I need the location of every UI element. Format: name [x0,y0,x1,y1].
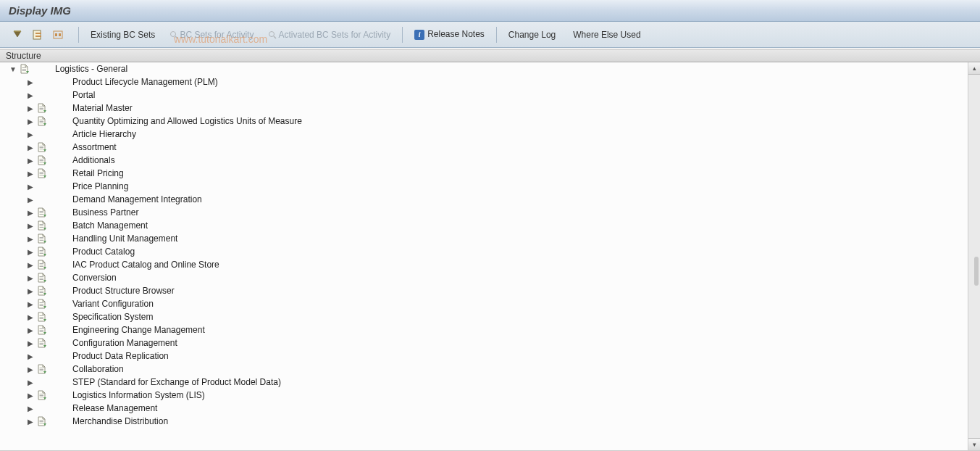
document-icon[interactable] [36,168,48,178]
expand-icon[interactable]: ▶ [26,143,35,152]
expand-icon[interactable]: ▶ [26,221,35,230]
tree-node-row[interactable]: ▶Product Data Replication [6,349,967,363]
img-activity-icon[interactable] [30,28,45,42]
document-icon[interactable] [36,142,48,152]
tree-node-label[interactable]: IAC Product Catalog and Online Store [72,260,219,270]
tree-node-label[interactable]: Engineering Change Management [72,325,205,335]
tree-node-label[interactable]: Business Partner [72,207,138,218]
expand-icon[interactable]: ▶ [26,260,35,269]
tree-node-label[interactable]: Merchandise Distribution [72,416,168,426]
existing-bc-sets-button[interactable]: Existing BC Sets [88,30,158,40]
collapse-icon[interactable]: ▼ [9,65,17,73]
expand-icon[interactable]: ▶ [26,286,35,295]
tree-node-row[interactable]: ▶Retail Pricing [6,167,967,180]
tree-node-row[interactable]: ▶Collaboration [6,363,967,376]
tree-node-row[interactable]: ▶Assortment [6,141,967,154]
document-icon[interactable] [36,325,48,335]
change-log-button[interactable]: Change Log [506,30,558,40]
expand-icon[interactable]: ▶ [26,417,35,426]
tree-node-label[interactable]: Logistics - General [55,64,127,74]
expand-icon[interactable]: ▶ [26,339,35,347]
tree-node-label[interactable]: Assortment [72,142,117,152]
tree-node-label[interactable]: Product Structure Browser [72,286,175,296]
tree-node-row[interactable]: ▶Product Catalog [6,245,967,258]
document-icon[interactable] [36,155,48,165]
tree-node-label[interactable]: Batch Management [72,220,148,231]
tree-node-row[interactable]: ▶Specification System [6,310,967,323]
document-icon[interactable] [36,103,48,113]
document-icon[interactable] [36,312,48,322]
document-icon[interactable] [36,416,48,426]
document-icon[interactable] [36,233,48,244]
tree-node-label[interactable]: Collaboration [72,364,124,374]
tree-node-row[interactable]: ▶Product Structure Browser [6,284,967,297]
tree-node-row[interactable]: ▶STEP (Standard for Exchange of Product … [6,376,967,389]
tree-node-label[interactable]: Conversion [72,273,117,283]
expand-icon[interactable]: ▶ [26,404,35,413]
scrollbar-handle[interactable] [974,257,979,286]
tree-node-row[interactable]: ▶Article Hierarchy [6,128,967,141]
tree-node-row[interactable]: ▶Portal [6,88,967,102]
expand-icon[interactable]: ▶ [26,247,35,256]
img-tree[interactable]: ▼Logistics - General▶Product Lifecycle M… [6,62,967,450]
document-icon[interactable] [36,286,48,296]
tree-node-row[interactable]: ▶Engineering Change Management [6,323,967,336]
document-icon[interactable] [36,338,48,348]
expand-icon[interactable]: ▶ [26,104,35,112]
tree-node-label[interactable]: Specification System [72,312,153,322]
tree-node-label[interactable]: Release Management [72,403,157,413]
tree-node-label[interactable]: Handling Unit Management [72,233,177,244]
tree-node-label[interactable]: Configuration Management [72,338,177,348]
document-icon[interactable] [36,247,48,257]
expand-icon[interactable]: ▶ [26,195,35,204]
expand-icon[interactable]: ▶ [26,208,35,217]
tree-node-label[interactable]: Additionals [72,155,115,165]
document-icon[interactable] [36,220,48,231]
tree-node-row[interactable]: ▶Business Partner [6,206,967,219]
tree-node-label[interactable]: Portal [72,90,95,100]
tree-node-label[interactable]: Material Master [72,103,133,113]
tree-node-label[interactable]: Product Data Replication [72,351,169,361]
expand-subtree-icon[interactable] [10,28,25,42]
tree-node-label[interactable]: Price Planning [72,181,128,191]
tree-node-row[interactable]: ▶Variant Configuration [6,297,967,310]
tree-node-row[interactable]: ▶Material Master [6,102,967,115]
tree-node-row[interactable]: ▶Configuration Management [6,336,967,349]
document-icon[interactable] [36,299,48,309]
expand-icon[interactable]: ▶ [26,365,35,373]
expand-icon[interactable]: ▶ [26,182,35,191]
tree-node-label[interactable]: Logistics Information System (LIS) [72,390,205,400]
expand-icon[interactable]: ▶ [26,391,35,400]
document-icon[interactable] [36,273,48,283]
tree-node-row[interactable]: ▶Quantity Optimizing and Allowed Logisti… [6,115,967,128]
tree-node-row[interactable]: ▶IAC Product Catalog and Online Store [6,258,967,271]
tree-node-label[interactable]: Quantity Optimizing and Allowed Logistic… [72,116,302,126]
expand-icon[interactable]: ▶ [26,313,35,321]
document-icon[interactable] [36,390,48,400]
expand-icon[interactable]: ▶ [26,169,35,178]
expand-icon[interactable]: ▶ [26,352,35,360]
release-notes-button[interactable]: iRelease Notes [411,29,487,40]
expand-icon[interactable]: ▶ [26,91,35,99]
tree-node-row[interactable]: ▶Price Planning [6,180,967,193]
tree-root-row[interactable]: ▼Logistics - General [6,62,967,75]
expand-icon[interactable]: ▶ [26,234,35,243]
tree-node-row[interactable]: ▶Demand Management Integration [6,193,967,206]
tree-node-row[interactable]: ▶Release Management [6,402,967,415]
expand-icon[interactable]: ▶ [26,378,35,386]
tree-node-row[interactable]: ▶Logistics Information System (LIS) [6,389,967,402]
tree-node-label[interactable]: STEP (Standard for Exchange of Product M… [72,377,281,387]
where-else-used-button[interactable]: Where Else Used [570,30,643,40]
tree-node-row[interactable]: ▶Product Lifecycle Management (PLM) [6,75,967,88]
expand-icon[interactable]: ▶ [26,299,35,308]
tree-node-label[interactable]: Product Catalog [72,247,135,257]
window-vertical-scrollbar[interactable] [973,62,980,451]
tree-node-label[interactable]: Demand Management Integration [72,194,202,204]
document-icon[interactable] [36,260,48,270]
expand-icon[interactable]: ▶ [26,273,35,282]
tree-node-label[interactable]: Article Hierarchy [72,129,136,139]
tree-node-row[interactable]: ▶Batch Management [6,219,967,232]
document-icon[interactable] [19,64,30,74]
expand-icon[interactable]: ▶ [26,78,35,86]
tree-node-row[interactable]: ▶Conversion [6,271,967,284]
